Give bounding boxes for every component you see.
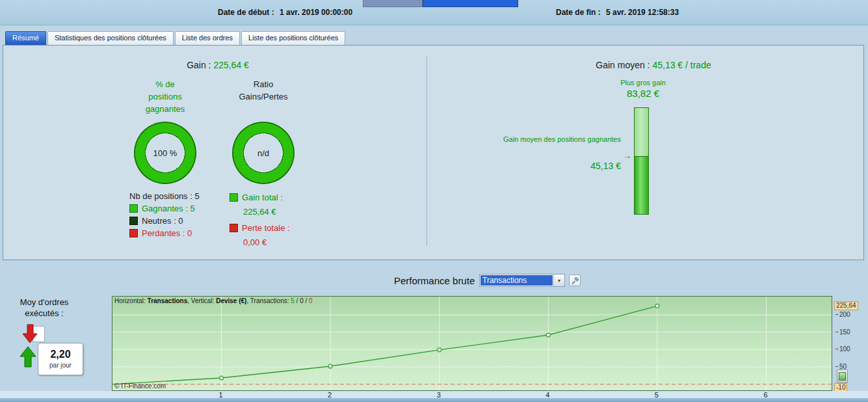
chart-header-part: , Vertical: — [187, 297, 216, 304]
gain-total-value: 225,64 € — [243, 207, 276, 217]
loss-total-value: 0,00 € — [243, 237, 267, 247]
chart-plot — [112, 297, 832, 390]
y-tick-label: 150 — [835, 328, 850, 336]
neutral-color-swatch — [129, 217, 138, 225]
top-bar: Date de début : 1 avr. 2019 00:00:00 Dat… — [0, 0, 868, 25]
gain-moyen-heading: Gain moyen : 45,13 € / trade — [497, 60, 809, 70]
y-tick-label: 100 — [835, 345, 850, 353]
date-start-field: Date de début : 1 avr. 2019 00:00:00 — [218, 8, 352, 17]
chart-header-part: / — [295, 297, 300, 304]
gain-distribution-bar — [634, 107, 649, 215]
tab-liste-ordres[interactable]: Liste des ordres — [175, 31, 240, 45]
loss-total-row: Perte totale : — [230, 223, 290, 233]
performance-chart[interactable]: Horizontal: Transactions, Vertical: Devi… — [112, 296, 832, 391]
transactions-select[interactable]: Transactions ▼ — [479, 274, 565, 287]
chart-copyright: © IT-Finance.com — [114, 382, 166, 390]
performance-title: Performance brute — [394, 275, 475, 286]
loss-total-label: Perte totale : — [242, 223, 290, 233]
biggest-gain-label: Plus gros gain — [578, 79, 708, 87]
gain-total-swatch — [230, 193, 238, 202]
date-end-field: Date de fin : 5 avr. 2019 12:58:33 — [556, 8, 679, 17]
avg-orders-value: 2,20 — [38, 349, 83, 360]
date-start-value: 1 avr. 2019 00:00:00 — [280, 8, 352, 17]
legend-neutral-label: Neutres : 0 — [142, 216, 183, 226]
legend-row-win: Gagnantes : 5 — [129, 204, 195, 213]
backtest-report-window: Date de début : 1 avr. 2019 00:00:00 Dat… — [0, 0, 868, 402]
ratio-value: n/d — [257, 148, 269, 158]
gain-moyen-label: Gain moyen : — [596, 60, 650, 70]
win-rate-donut: 100 % — [134, 122, 196, 184]
legend-row-neutral: Neutres : 0 — [129, 216, 183, 226]
gain-moyen-value: 45,13 € / trade — [652, 60, 711, 70]
y-axis-current-value-box: 225,64 — [834, 301, 858, 310]
select-selected-value: Transactions — [480, 275, 553, 286]
tab-bar: Résumé Statistiques des positions clôtur… — [5, 31, 345, 45]
mini-chart-icon — [839, 372, 846, 381]
gain-heading: Gain : 225,64 € — [101, 60, 335, 70]
date-start-label: Date de début : — [218, 8, 274, 17]
summary-panel: Gain : 225,64 € % de positions gagnantes… — [3, 45, 864, 260]
ratio-title: Ratio Gains/Pertes — [234, 78, 293, 103]
bar-below-average-segment — [635, 157, 648, 214]
date-end-value: 5 avr. 2019 12:58:33 — [606, 8, 679, 17]
loss-total-swatch — [230, 224, 238, 232]
gain-label: Gain : — [187, 60, 211, 70]
date-end-label: Date de fin : — [556, 8, 601, 17]
avg-orders-box: 2,20 par jour — [38, 343, 83, 375]
dropdown-arrow-icon[interactable]: ▼ — [553, 275, 564, 286]
gain-total-row: Gain total : — [230, 193, 283, 202]
avg-orders-label: Moy d'ordres exécutés : — [9, 297, 79, 319]
chart-settings-button[interactable] — [569, 275, 581, 286]
chart-header: Horizontal: Transactions, Vertical: Devi… — [114, 297, 313, 304]
gain-value: 225,64 € — [213, 60, 249, 70]
up-arrow-icon — [20, 345, 36, 369]
avg-win-value: 45,13 € — [487, 161, 621, 171]
biggest-gain-value: 83,82 € — [578, 88, 708, 99]
loss-color-swatch — [129, 229, 138, 237]
tab-resume[interactable]: Résumé — [5, 31, 46, 45]
nb-positions: Nb de positions : 5 — [129, 191, 200, 201]
chart-header-horizontal: Transactions — [148, 297, 188, 304]
legend-win-label: Gagnantes : 5 — [142, 204, 195, 213]
chart-header-losses: 0 — [309, 297, 313, 304]
win-rate-value: 100 % — [153, 148, 178, 158]
legend-loss-label: Perdantes : 0 — [142, 228, 192, 238]
legend-row-loss: Perdantes : 0 — [129, 228, 192, 238]
avg-orders-unit: par jour — [38, 362, 83, 369]
avg-win-label: Gain moyen des positions gagnantes — [487, 135, 621, 144]
win-rate-title: % de positions gagnantes — [139, 78, 191, 115]
chart-header-part: , Transactions: — [246, 297, 291, 304]
chart-header-part: / — [304, 297, 309, 304]
panel-divider — [427, 56, 427, 246]
hammer-icon — [571, 276, 579, 285]
avg-marker-arrow-icon: → — [623, 151, 631, 161]
y-tick-label: 200 — [835, 311, 850, 318]
win-color-swatch — [129, 204, 138, 213]
axis-scale-icon[interactable] — [837, 369, 848, 383]
ratio-donut: n/d — [232, 122, 295, 184]
down-arrow-icon — [22, 323, 38, 344]
gain-total-label: Gain total : — [242, 193, 283, 202]
chart-header-part: Horizontal: — [114, 297, 148, 304]
toolbar-fragment-active — [423, 0, 518, 7]
chart-header-vertical: Devise (€) — [216, 297, 246, 304]
bar-above-average-segment — [635, 108, 648, 157]
tab-statistiques-positions[interactable]: Statistiques des positions clôturées — [47, 31, 174, 45]
toolbar-fragment — [363, 0, 423, 7]
tab-liste-positions[interactable]: Liste des positions clôturées — [241, 31, 345, 45]
footer-strip — [0, 398, 868, 402]
